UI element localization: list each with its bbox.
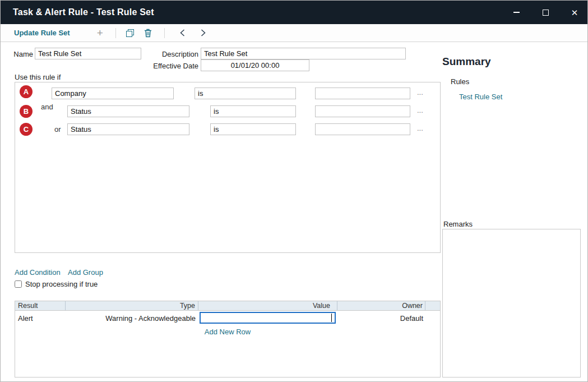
copy-glyph <box>126 29 134 37</box>
use-this-rule-if-label: Use this rule if <box>15 73 61 81</box>
stop-processing-row: Stop processing if true <box>15 280 98 288</box>
remarks-label: Remarks <box>443 220 473 228</box>
condition-badge-c: C <box>20 123 33 136</box>
name-input[interactable] <box>35 48 141 59</box>
header-owner: Owner <box>337 301 425 310</box>
effective-date-label: Effective Date <box>147 62 198 70</box>
value-input[interactable] <box>200 312 336 324</box>
summary-title: Summary <box>442 56 491 68</box>
trash-glyph <box>144 29 152 38</box>
description-label: Description <box>152 50 198 58</box>
condition-b-field-input[interactable] <box>67 105 189 117</box>
condition-badge-b: B <box>20 105 33 118</box>
close-icon: ✕ <box>571 8 578 17</box>
condition-a-more-button[interactable]: ... <box>417 88 423 96</box>
condition-badge-a: A <box>20 85 33 98</box>
update-rule-set-button[interactable]: Update Rule Set <box>14 29 70 37</box>
conjunction-or-label: or <box>54 125 61 134</box>
text-cursor <box>331 314 332 322</box>
condition-a-field-input[interactable] <box>52 88 174 99</box>
window-controls: ✕ <box>497 1 584 24</box>
condition-a-operator-input[interactable] <box>195 88 296 99</box>
toolbar: Update Rule Set + <box>1 24 587 42</box>
condition-panel: A ... and B ... or C ... <box>15 82 441 253</box>
value-cell <box>198 311 337 325</box>
next-record-button[interactable] <box>200 29 206 37</box>
add-condition-link[interactable]: Add Condition <box>15 268 61 277</box>
condition-c-value-input[interactable] <box>315 123 410 135</box>
condition-c-more-button[interactable]: ... <box>417 124 423 132</box>
results-table: Result Type Value Owner Alert Warning - … <box>15 301 441 378</box>
close-button[interactable]: ✕ <box>565 1 584 24</box>
conjunction-and-label: and <box>41 103 53 111</box>
chevron-left-icon <box>179 29 186 37</box>
task-alert-rule-window: Task & Alert Rule - Test Rule Set ✕ Upda… <box>0 0 588 382</box>
minimize-icon <box>513 12 520 13</box>
table-row: Alert Warning - Acknowledgeable Default <box>15 311 440 325</box>
toolbar-divider <box>164 28 165 38</box>
effective-date-input[interactable] <box>201 59 309 71</box>
result-cell: Alert <box>15 314 66 323</box>
maximize-button[interactable] <box>536 1 555 24</box>
titlebar: Task & Alert Rule - Test Rule Set ✕ <box>1 1 587 24</box>
condition-b-operator-input[interactable] <box>210 105 296 117</box>
condition-a-value-input[interactable] <box>315 88 410 99</box>
stop-processing-label: Stop processing if true <box>25 280 98 288</box>
chevron-right-icon <box>200 29 206 37</box>
maximize-icon <box>543 10 549 16</box>
header-result: Result <box>15 301 66 310</box>
delete-icon[interactable] <box>144 29 152 38</box>
add-new-row-link[interactable]: Add New Row <box>15 328 440 336</box>
results-header-row: Result Type Value Owner <box>15 301 440 311</box>
window-title: Task & Alert Rule - Test Rule Set <box>13 7 154 17</box>
condition-c-field-input[interactable] <box>67 123 189 135</box>
minimize-button[interactable] <box>507 1 526 24</box>
toolbar-divider <box>115 28 116 38</box>
condition-b-value-input[interactable] <box>315 105 410 117</box>
stop-processing-checkbox[interactable] <box>15 280 22 288</box>
summary-rule-link[interactable]: Test Rule Set <box>459 93 502 101</box>
rules-label: Rules <box>451 77 469 86</box>
owner-cell[interactable]: Default <box>337 314 425 323</box>
name-label: Name <box>12 50 33 58</box>
add-icon[interactable]: + <box>97 27 103 38</box>
header-type: Type <box>66 301 198 310</box>
add-group-link[interactable]: Add Group <box>68 268 103 277</box>
condition-c-operator-input[interactable] <box>210 123 296 135</box>
previous-record-button[interactable] <box>179 29 186 37</box>
header-value: Value <box>198 301 337 310</box>
type-cell[interactable]: Warning - Acknowledgeable <box>66 314 198 323</box>
description-input[interactable] <box>201 48 406 59</box>
copy-icon[interactable] <box>126 29 134 37</box>
condition-b-more-button[interactable]: ... <box>417 106 423 114</box>
remarks-textarea[interactable] <box>442 229 581 378</box>
